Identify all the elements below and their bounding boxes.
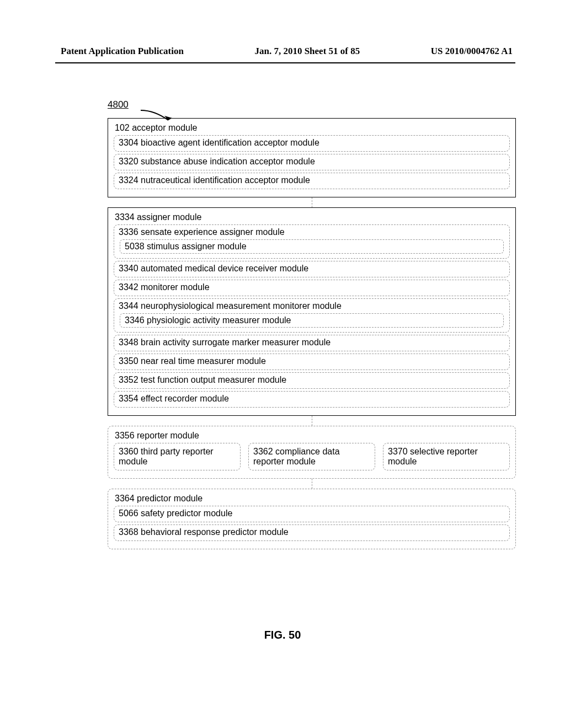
assigner-module: 3334 assigner module 3336 sensate experi… — [108, 207, 516, 416]
figure-reference: 4800 — [108, 99, 516, 110]
compliance-reporter-sub: 3362 compliance data reporter module — [248, 443, 375, 470]
neuro-monitorer-sub: 3344 neurophysiological measurement moni… — [114, 298, 510, 333]
figure-reference-number: 4800 — [108, 99, 129, 110]
header-rule — [55, 62, 515, 63]
test-function-sub: 3352 test function output measurer modul… — [114, 372, 510, 389]
predictor-title: 3364 predictor module — [115, 494, 511, 504]
physiologic-measurer-inner: 3346 physiologic activity measurer modul… — [120, 313, 504, 328]
automated-receiver-sub: 3340 automated medical device receiver m… — [114, 261, 510, 277]
brain-surrogate-sub: 3348 brain activity surrogate marker mea… — [114, 335, 510, 351]
reference-arrow-icon — [138, 109, 177, 125]
figure-caption: FIG. 50 — [0, 629, 565, 641]
acceptor-module: 102 acceptor module 3304 bioactive agent… — [108, 118, 516, 197]
reporter-module: 3356 reporter module 3360 third party re… — [108, 426, 516, 479]
predictor-module: 3364 predictor module 5066 safety predic… — [108, 489, 516, 549]
behavioral-predictor-sub: 3368 behavioral response predictor modul… — [114, 524, 510, 541]
header-left: Patent Application Publication — [61, 46, 184, 57]
effect-recorder-sub: 3354 effect recorder module — [114, 391, 510, 408]
sensate-assigner-title: 3336 sensate experience assigner module — [119, 227, 505, 237]
selective-reporter-sub: 3370 selective reporter module — [383, 443, 510, 470]
diagram: 4800 102 acceptor module 3304 bioactive … — [108, 99, 516, 549]
safety-predictor-sub: 5066 safety predictor module — [114, 506, 510, 522]
nutraceutical-acceptor-sub: 3324 nutraceutical identification accept… — [114, 173, 510, 189]
connector-1 — [108, 197, 516, 207]
connector-2 — [108, 416, 516, 426]
neuro-monitorer-title: 3344 neurophysiological measurement moni… — [119, 301, 505, 311]
header-center: Jan. 7, 2010 Sheet 51 of 85 — [254, 46, 360, 57]
substance-abuse-acceptor-sub: 3320 substance abuse indication acceptor… — [114, 154, 510, 170]
stimulus-assigner-inner: 5038 stimulus assigner module — [120, 239, 504, 254]
reporter-title: 3356 reporter module — [115, 431, 511, 441]
connector-3 — [108, 479, 516, 489]
bioactive-acceptor-sub: 3304 bioactive agent identification acce… — [114, 135, 510, 152]
monitorer-sub: 3342 monitorer module — [114, 280, 510, 296]
sensate-assigner-sub: 3336 sensate experience assigner module … — [114, 224, 510, 259]
near-realtime-sub: 3350 near real time measurer module — [114, 354, 510, 370]
assigner-title: 3334 assigner module — [115, 212, 511, 222]
third-party-reporter-sub: 3360 third party reporter module — [114, 443, 241, 470]
header-right: US 2010/0004762 A1 — [431, 46, 513, 57]
